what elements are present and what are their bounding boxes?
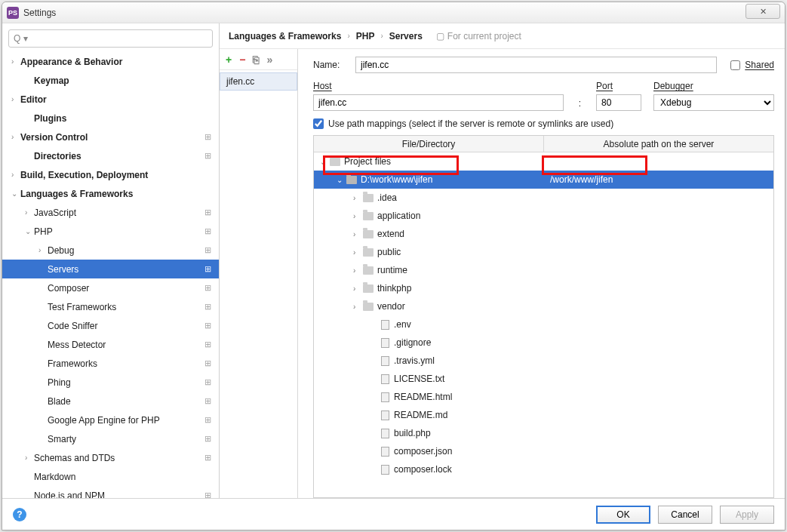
crumb-servers: Servers — [389, 31, 423, 42]
shared-checkbox[interactable]: Shared — [730, 60, 774, 70]
file-row[interactable]: ›application — [314, 207, 773, 225]
tree-item-javascript[interactable]: ›JavaScript⊞ — [2, 203, 219, 222]
file-icon — [381, 374, 389, 384]
folder-icon — [363, 194, 374, 202]
chevron-icon: › — [353, 248, 362, 257]
folder-icon — [346, 176, 357, 184]
ok-button[interactable]: OK — [596, 506, 650, 524]
file-row[interactable]: ›thinkphp — [314, 279, 773, 297]
crumb-php[interactable]: PHP — [356, 31, 375, 42]
project-scope-icon: ⊞ — [204, 377, 211, 387]
path-mappings-checkbox[interactable]: Use path mappings (select if the server … — [313, 118, 774, 129]
tree-item-frameworks[interactable]: Frameworks⊞ — [2, 354, 219, 373]
copy-icon[interactable]: ⎘ — [253, 54, 259, 66]
project-scope-icon: ⊞ — [204, 321, 211, 331]
settings-tree[interactable]: ›Appearance & BehaviorKeymap›EditorPlugi… — [2, 52, 219, 498]
tree-item-composer[interactable]: Composer⊞ — [2, 278, 219, 297]
project-scope-icon: ⊞ — [204, 490, 211, 498]
tree-item-phing[interactable]: Phing⊞ — [2, 373, 219, 392]
file-row[interactable]: ›vendor — [314, 297, 773, 315]
path-mappings-table[interactable]: File/Directory Absolute path on the serv… — [313, 135, 774, 498]
chevron-icon: › — [353, 266, 362, 275]
window-title: Settings — [23, 8, 56, 18]
folder-icon — [363, 266, 374, 275]
file-row[interactable]: README.md — [314, 406, 773, 424]
tree-item-version-control[interactable]: ›Version Control⊞ — [2, 128, 219, 146]
file-row[interactable]: .gitignore — [314, 334, 773, 352]
file-row[interactable]: ›public — [314, 243, 773, 261]
tree-item-languages-frameworks[interactable]: ⌄Languages & Frameworks — [2, 184, 219, 203]
folder-icon — [363, 248, 374, 257]
folder-icon — [363, 303, 374, 311]
file-row[interactable]: ›runtime — [314, 261, 773, 279]
search-input[interactable]: Q ▾ — [8, 29, 213, 48]
close-button[interactable]: ✕ — [745, 4, 780, 19]
project-icon: ▢ — [436, 31, 444, 42]
tree-item-servers[interactable]: Servers⊞ — [2, 260, 219, 278]
folder-icon — [363, 284, 374, 293]
tree-item-build-execution-deployment[interactable]: ›Build, Execution, Deployment — [2, 165, 219, 184]
tree-item-schemas-and-dtds[interactable]: ›Schemas and DTDs⊞ — [2, 448, 219, 467]
tree-item-plugins[interactable]: Plugins — [2, 109, 219, 128]
file-icon — [381, 429, 389, 438]
chevron-icon: › — [11, 57, 20, 66]
cancel-button[interactable]: Cancel — [658, 506, 712, 524]
project-scope-icon: ⊞ — [204, 151, 211, 161]
scope-indicator: ▢For current project — [436, 31, 521, 42]
tree-item-code-sniffer[interactable]: Code Sniffer⊞ — [2, 316, 219, 335]
tree-item-test-frameworks[interactable]: Test Frameworks⊞ — [2, 297, 219, 316]
tree-item-google-app-engine-for-php[interactable]: Google App Engine for PHP⊞ — [2, 411, 219, 429]
chevron-icon: › — [353, 194, 362, 202]
file-row[interactable]: README.html — [314, 388, 773, 406]
file-icon — [381, 465, 389, 475]
tree-item-mess-detector[interactable]: Mess Detector⊞ — [2, 335, 219, 354]
server-list-item[interactable]: jifen.cc — [220, 72, 297, 91]
file-row[interactable]: build.php — [314, 424, 773, 442]
tree-item-keymap[interactable]: Keymap — [2, 71, 219, 90]
file-row[interactable]: composer.json — [314, 442, 773, 460]
project-scope-icon: ⊞ — [204, 208, 211, 217]
chevron-right-icon: › — [347, 32, 349, 40]
apply-button[interactable]: Apply — [720, 506, 774, 524]
chevron-icon: › — [11, 95, 20, 103]
host-label: Host — [313, 81, 564, 91]
crumb-frameworks[interactable]: Languages & Frameworks — [229, 31, 341, 42]
tree-item-node-js-and-npm[interactable]: Node.js and NPM⊞ — [2, 486, 219, 498]
titlebar[interactable]: PS Settings ✕ — [2, 2, 785, 23]
folder-icon — [363, 212, 374, 220]
remove-icon[interactable]: − — [239, 54, 245, 66]
project-scope-icon: ⊞ — [204, 396, 211, 406]
file-icon — [381, 447, 389, 457]
file-row[interactable]: ›.idea — [314, 189, 773, 207]
file-row[interactable]: ⌄Project files — [314, 152, 773, 171]
tree-item-debug[interactable]: ›Debug⊞ — [2, 241, 219, 260]
port-input[interactable] — [596, 94, 641, 111]
breadcrumb: Languages & Frameworks › PHP › Servers ▢… — [220, 23, 785, 49]
file-row[interactable]: ›extend — [314, 225, 773, 243]
name-label: Name: — [313, 60, 349, 70]
file-row[interactable]: ⌄D:\work\www\jifen/work/www/jifen — [314, 171, 773, 189]
tree-item-appearance-behavior[interactable]: ›Appearance & Behavior — [2, 52, 219, 71]
tree-item-editor[interactable]: ›Editor — [2, 90, 219, 109]
help-icon[interactable]: ? — [13, 508, 26, 521]
host-input[interactable] — [313, 94, 564, 111]
project-scope-icon: ⊞ — [204, 340, 211, 349]
add-icon[interactable]: + — [226, 54, 232, 66]
debugger-select[interactable]: Xdebug — [653, 94, 774, 111]
chevron-icon: › — [353, 230, 362, 238]
name-input[interactable] — [355, 57, 717, 73]
tree-item-blade[interactable]: Blade⊞ — [2, 392, 219, 411]
file-row[interactable]: LICENSE.txt — [314, 370, 773, 388]
chevron-right-icon: › — [380, 32, 383, 40]
more-icon[interactable]: » — [266, 54, 272, 66]
tree-item-markdown[interactable]: Markdown — [2, 467, 219, 486]
chevron-icon: › — [11, 133, 20, 141]
file-row[interactable]: .travis.yml — [314, 352, 773, 370]
file-row[interactable]: composer.lock — [314, 460, 773, 478]
tree-item-php[interactable]: ⌄PHP⊞ — [2, 222, 219, 241]
tree-item-directories[interactable]: Directories⊞ — [2, 146, 219, 165]
tree-item-smarty[interactable]: Smarty⊞ — [2, 429, 219, 448]
file-row[interactable]: .env — [314, 315, 773, 334]
port-label: Port — [596, 81, 641, 91]
col-absolute-path: Absolute path on the server — [544, 136, 773, 152]
